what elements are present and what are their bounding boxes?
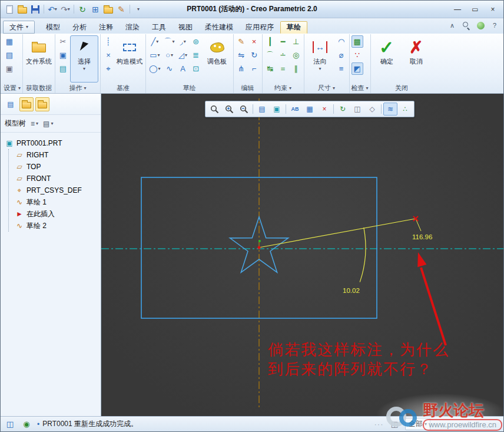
node-display-icon[interactable]: ∴ (398, 103, 412, 116)
reference-dimension-icon[interactable]: ⌀ (336, 49, 347, 61)
midpoint-constraint-icon[interactable]: ∸ (277, 49, 289, 61)
open-ends-icon[interactable]: ∵ (352, 49, 363, 61)
baseline-dimension-icon[interactable]: ≡ (336, 62, 347, 75)
group-label-dimension[interactable]: 尺寸 ▾ (306, 83, 347, 93)
point-tool-icon[interactable]: × (102, 49, 114, 61)
graphics-area[interactable]: 116.96 10.02 (101, 94, 503, 416)
tree-item-top-plane[interactable]: ▱ TOP (13, 161, 98, 173)
section-view-icon[interactable]: ◫ (350, 103, 364, 116)
equal-constraint-icon[interactable]: = (277, 62, 289, 75)
perspective-icon[interactable]: ◇ (365, 103, 379, 116)
annotation-display-icon[interactable]: AB (288, 103, 302, 116)
length-dimension-line[interactable] (259, 219, 416, 248)
tree-item-front-plane[interactable]: ▱ FRONT (13, 173, 98, 184)
tab-applications[interactable]: 应用程序 (240, 21, 280, 34)
save-icon[interactable] (29, 3, 42, 16)
annotate-icon[interactable]: ✎ (115, 3, 128, 16)
group-label-sketching[interactable]: 草绘 (148, 83, 231, 93)
command-search-icon[interactable] (461, 20, 472, 31)
coordinate-system-tool-icon[interactable]: ⌖ (102, 62, 114, 75)
datum-display-filter-icon[interactable]: × (317, 103, 331, 116)
tree-settings-icon[interactable]: ▤▾ (43, 120, 53, 128)
ellipse-tool-icon[interactable]: ○▾ (163, 49, 176, 61)
display-settings-icon[interactable]: ▤ (4, 49, 15, 61)
horizontal-constraint-icon[interactable]: ━ (277, 35, 289, 48)
fillet-tool-icon[interactable]: ◞▾ (177, 35, 189, 48)
angle-dimension-text[interactable]: 10.02 (343, 287, 360, 294)
folder-browser-icon[interactable] (19, 97, 34, 111)
close-button[interactable]: × (485, 4, 501, 15)
ok-button[interactable]: ✓ 确定 (373, 35, 401, 83)
tab-analysis[interactable]: 分析 (67, 21, 92, 34)
normal-dimension-button[interactable]: ↔ 法向 ▾ (306, 35, 334, 83)
delete-segment-tool-icon[interactable]: × (248, 35, 260, 48)
group-label-editing[interactable]: 编辑 (236, 83, 260, 93)
refresh-icon[interactable]: ↻ (336, 103, 350, 116)
tree-item-sketch-2[interactable]: ∿ 草绘 2 (13, 220, 98, 232)
undo-icon[interactable]: ↶▾ (46, 3, 59, 16)
text-tool-icon[interactable]: A (177, 62, 189, 75)
centerline-tool-icon[interactable]: ┊ (102, 35, 114, 48)
palette-button[interactable]: 调色板 (203, 35, 231, 83)
favorites-icon[interactable] (35, 97, 49, 111)
tree-item-part[interactable]: ▣ PRT0001.PRT (3, 137, 98, 149)
tangent-constraint-icon[interactable]: ⌒ (264, 49, 276, 61)
project-tool-icon[interactable]: ⊡ (190, 62, 202, 75)
tree-filters-icon[interactable]: ≡▾ (31, 120, 38, 128)
group-label-setup[interactable]: 设置 ▾ (4, 83, 21, 93)
zoom-in-icon[interactable] (222, 103, 236, 116)
tab-file[interactable]: 文件 ▾ (3, 21, 35, 34)
sketcher-display-filters-icon[interactable]: ≋ (383, 103, 397, 116)
construction-mode-button[interactable]: 构造模式 (115, 35, 144, 83)
sketch-view-icon[interactable]: ▤ (255, 103, 269, 116)
group-label-datum[interactable]: 基准 (102, 83, 144, 93)
tree-item-insert-here[interactable]: ► 在此插入 (13, 208, 98, 220)
rectangle-tool-icon[interactable]: ▭▾ (148, 49, 162, 61)
group-label-inspect[interactable]: 检查 ▾ (352, 83, 369, 93)
tab-sketch[interactable]: 草绘 (280, 21, 307, 34)
new-file-icon[interactable] (3, 3, 16, 16)
arc-tool-icon[interactable]: ⌒▾ (163, 35, 176, 48)
help-icon[interactable]: ? (489, 20, 500, 31)
offset-tool-icon[interactable]: ⊚ (190, 35, 202, 48)
navigator-toggle-icon[interactable]: ◫ (4, 418, 16, 430)
group-label-constrain[interactable]: 约束 ▾ (264, 83, 302, 93)
tab-annotate[interactable]: 注释 (93, 21, 119, 34)
collapse-ribbon-icon[interactable]: ∧ (447, 20, 457, 31)
symmetric-constraint-icon[interactable]: ↹ (264, 62, 276, 75)
tree-item-sketch-1[interactable]: ∿ 草绘 1 (13, 196, 98, 208)
cancel-button[interactable]: ✗ 取消 (402, 35, 430, 83)
regenerate-icon[interactable]: ↻ (76, 3, 89, 16)
tree-columns-icon[interactable]: ▤ (4, 97, 18, 111)
customize-toolbar-icon[interactable]: ▾ (132, 3, 145, 16)
open-file-icon[interactable] (16, 3, 29, 16)
group-label-close[interactable]: 关闭 (373, 83, 430, 93)
grid-settings-icon[interactable]: ▦ (4, 35, 15, 48)
creo-options-icon[interactable] (475, 20, 486, 31)
corner-tool-icon[interactable]: ⌐ (248, 62, 260, 75)
spline-tool-icon[interactable]: ∿ (163, 62, 176, 75)
coincident-constraint-icon[interactable]: ◎ (290, 49, 302, 61)
zoom-out-icon[interactable] (237, 103, 251, 116)
tree-item-csys[interactable]: ⌖ PRT_CSYS_DEF (13, 184, 98, 196)
group-label-get-data[interactable]: 获取数据 (25, 83, 53, 93)
shade-closed-loops-icon[interactable]: ◩ (352, 62, 363, 75)
sketch-point[interactable] (258, 240, 261, 242)
chamfer-tool-icon[interactable]: ◿▾ (177, 49, 189, 61)
windows-icon[interactable]: ⊞ (89, 3, 102, 16)
saved-views-icon[interactable]: ▦ (303, 103, 317, 116)
perimeter-dimension-icon[interactable]: ◠ (336, 35, 347, 48)
restore-button[interactable]: ▭ (467, 4, 483, 15)
paste-icon[interactable]: ▤ (57, 62, 69, 75)
length-dimension-text[interactable]: 116.96 (412, 233, 432, 240)
perpendicular-constraint-icon[interactable]: ⊥ (290, 35, 302, 48)
tab-tools[interactable]: 工具 (146, 21, 172, 34)
zoom-tool-icon[interactable] (207, 103, 221, 116)
overlap-geometry-icon[interactable]: ▩ (352, 35, 363, 48)
select-button[interactable]: 选择 ▾ (70, 35, 98, 83)
tab-render[interactable]: 渲染 (120, 21, 145, 34)
thicken-tool-icon[interactable]: ≣ (190, 49, 202, 61)
browser-toggle-icon[interactable]: ◉ (21, 418, 32, 430)
group-label-operations[interactable]: 操作 ▾ (57, 83, 98, 93)
cut-icon[interactable]: ✂ (57, 35, 69, 48)
